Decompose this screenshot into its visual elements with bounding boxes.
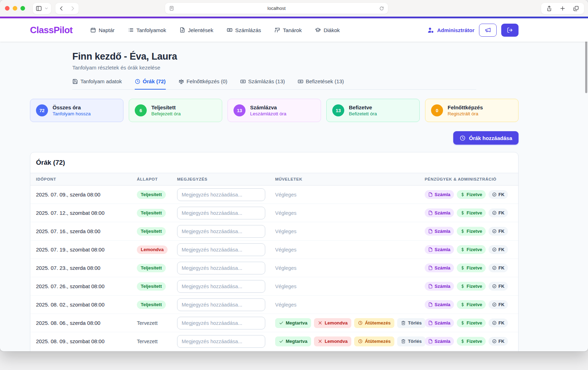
szamla-badge[interactable]: Számla [425, 300, 454, 309]
back-button[interactable] [58, 5, 65, 12]
fizetve-badge[interactable]: Fizetve [457, 300, 486, 309]
close-window-button[interactable] [5, 6, 10, 11]
doc-icon [428, 302, 433, 307]
stat-cards: 72Összes óraTanfolyam hossza6Teljesített… [30, 99, 519, 122]
fizetve-badge[interactable]: Fizetve [457, 282, 486, 291]
add-lessons-button[interactable]: Órák hozzáadása [453, 131, 519, 145]
nav-item-jelentesek[interactable]: Jelentések [180, 27, 213, 33]
fizetve-badge[interactable]: Fizetve [457, 208, 486, 217]
new-tab-icon[interactable] [559, 5, 566, 12]
tab-befizetesek-13[interactable]: Befizetések (13) [298, 78, 344, 90]
check-circle-icon [492, 284, 497, 289]
note-input[interactable] [177, 262, 265, 274]
tab-felnottkepzes-0[interactable]: Felnőttképzés (0) [178, 78, 228, 90]
megtartva-button[interactable]: Megtartva [275, 336, 311, 346]
sidebar-toggle-icon[interactable] [36, 5, 42, 12]
check-circle-icon [492, 266, 497, 270]
address-bar[interactable]: localhost [165, 3, 388, 14]
note-input[interactable] [177, 188, 265, 201]
logout-button[interactable] [501, 24, 519, 37]
user-menu[interactable]: Adminisztrátor [428, 27, 474, 34]
fk-badge[interactable]: FK [489, 337, 508, 346]
fizetve-badge[interactable]: Fizetve [457, 319, 486, 327]
fk-badge[interactable]: FK [489, 245, 508, 254]
tab-bar: Tanfolyam adatokÓrák (72)Felnőttképzés (… [72, 78, 476, 90]
megtartva-button[interactable]: Megtartva [275, 318, 311, 328]
nav-item-diakok[interactable]: Diákok [315, 27, 340, 33]
note-input[interactable] [177, 243, 265, 256]
check-circle-icon [492, 321, 497, 325]
check-icon [279, 321, 284, 325]
grad-cap-icon [315, 27, 321, 33]
szamla-badge[interactable]: Számla [425, 263, 454, 272]
share-icon[interactable] [546, 5, 552, 12]
doc-icon [428, 321, 433, 325]
note-input[interactable] [177, 335, 265, 348]
logout-icon [507, 27, 513, 33]
stat-title: Felnőttképzés [448, 104, 483, 110]
dollar-icon [460, 192, 465, 197]
lesson-datetime: 2025. 07. 09., szerda 08:00 [36, 192, 137, 198]
fk-badge[interactable]: FK [489, 300, 508, 309]
fizetve-badge[interactable]: Fizetve [457, 245, 486, 254]
szamla-badge[interactable]: Számla [425, 227, 454, 236]
note-input[interactable] [177, 225, 265, 238]
forward-button[interactable] [69, 5, 76, 12]
zoom-window-button[interactable] [20, 6, 25, 11]
note-input[interactable] [177, 317, 265, 329]
torles-button[interactable]: Törlés [397, 336, 425, 346]
atutemezes-button[interactable]: Átütemezés [354, 336, 394, 346]
torles-button[interactable]: Törlés [397, 318, 425, 328]
note-input[interactable] [177, 207, 265, 219]
fk-badge[interactable]: FK [489, 190, 508, 199]
check-circle-icon [492, 302, 497, 307]
file-text-icon [180, 27, 185, 33]
szamla-badge[interactable]: Számla [425, 190, 454, 199]
user-label: Adminisztrátor [437, 27, 474, 33]
minimize-window-button[interactable] [13, 6, 17, 11]
tab-tanfolyam-adatok[interactable]: Tanfolyam adatok [72, 78, 122, 90]
reload-icon[interactable] [379, 6, 384, 11]
note-input[interactable] [177, 280, 265, 293]
szamla-badge[interactable]: Számla [425, 245, 454, 254]
szamla-badge[interactable]: Számla [425, 337, 454, 346]
tab-overview-icon[interactable] [573, 5, 579, 12]
fizetve-badge[interactable]: Fizetve [457, 337, 486, 346]
tab-orak-72[interactable]: Órák (72) [135, 78, 166, 90]
app-logo[interactable]: ClassPilot [30, 25, 73, 36]
stat-subtitle: Leszámlázott óra [250, 111, 286, 116]
szamla-badge[interactable]: Számla [425, 208, 454, 217]
nav-item-tanfolyamok[interactable]: Tanfolyamok [128, 27, 166, 33]
fk-badge[interactable]: FK [489, 282, 508, 291]
fk-badge[interactable]: FK [489, 319, 508, 327]
lemondva-button[interactable]: Lemondva [314, 336, 351, 346]
lemondva-button[interactable]: Lemondva [314, 318, 351, 328]
fizetve-badge[interactable]: Fizetve [457, 263, 486, 272]
fk-badge[interactable]: FK [489, 263, 508, 272]
column-header-megjegyzes: MEGJEGYZÉS [177, 177, 275, 181]
nav-item-naptar[interactable]: Naptár [90, 27, 115, 33]
table-row: 2025. 07. 09., szerda 08:00TeljesítettVé… [30, 186, 518, 204]
fk-badge[interactable]: FK [489, 208, 508, 217]
stat-subtitle: Befizetett óra [349, 111, 377, 116]
chevron-down-icon[interactable] [44, 6, 48, 10]
final-label: Végleges [275, 284, 296, 289]
page-title: Finn kezdő - Éva, Laura [72, 51, 476, 62]
table-row: 2025. 08. 09., szombat 08:00TervezettMeg… [30, 332, 518, 351]
lesson-datetime: 2025. 07. 26., szombat 08:00 [36, 283, 137, 289]
atutemezes-button[interactable]: Átütemezés [354, 318, 394, 328]
nav-item-tanarok[interactable]: Tanárok [274, 27, 302, 33]
szamla-badge[interactable]: Számla [425, 282, 454, 291]
szamla-badge[interactable]: Számla [425, 319, 454, 327]
fk-badge[interactable]: FK [489, 227, 508, 236]
reader-icon[interactable] [169, 6, 174, 11]
note-input[interactable] [177, 298, 265, 311]
fizetve-badge[interactable]: Fizetve [457, 227, 486, 236]
x-icon [318, 339, 322, 344]
status-badge: Teljesített [137, 227, 166, 236]
fizetve-badge[interactable]: Fizetve [457, 190, 486, 199]
tab-szamlazas-13[interactable]: Számlázás (13) [240, 78, 285, 90]
nav-item-szamlazas[interactable]: Számlázás [227, 27, 261, 33]
table-row: 2025. 07. 16., szerda 08:00TeljesítettVé… [30, 222, 518, 241]
announcements-button[interactable] [479, 24, 497, 37]
